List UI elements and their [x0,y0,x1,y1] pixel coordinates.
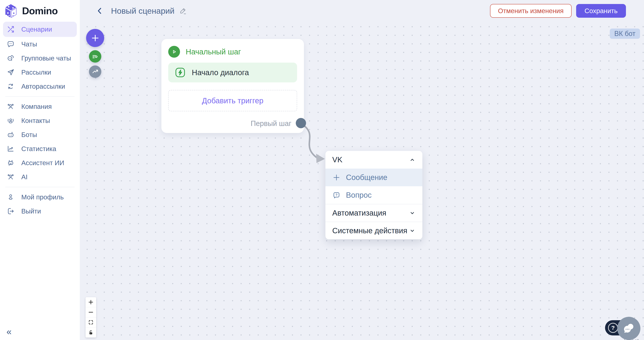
shuffle-icon [7,26,14,33]
sidebar-item-label: Чаты [21,40,37,48]
trigger-start-dialog[interactable]: Начало диалога [168,63,297,82]
cancel-changes-button[interactable]: Отменить изменения [490,4,572,18]
back-button[interactable] [95,6,104,16]
app-name: Domino [22,5,58,17]
sidebar-item-label: Статистика [21,145,56,153]
menu-group-automation[interactable]: Автоматизация [326,204,422,222]
edit-title-button[interactable] [179,7,187,15]
svg-text:?: ? [336,193,338,197]
sidebar-item-label: Рассылки [21,69,51,76]
chat-icon [7,40,14,48]
node-title: Начальный шаг [186,48,241,56]
zoom-in-button[interactable] [86,297,96,307]
run-list-icon [92,53,99,60]
add-trigger-button[interactable]: Добавить триггер [168,90,297,111]
sidebar-item-logout[interactable]: Выйти [3,204,77,218]
repeat-icon [7,83,14,90]
scenario-stats-button[interactable] [89,66,101,78]
scenario-canvas[interactable]: ВК бот Начальный шаг Начало диалога Д [80,22,644,340]
menu-group-vk[interactable]: VK [326,151,422,169]
page-title: Новый сценарий [111,6,174,16]
menu-group-label: VK [332,155,342,164]
domino-cube-icon [4,4,17,18]
question-bubble-icon: ? [332,191,341,199]
sidebar: Domino Сценарии Чаты Групповые чаты [0,0,80,340]
trending-up-icon [92,68,99,75]
run-scenario-button[interactable] [89,50,101,63]
menu-group-system-actions[interactable]: Системные действия [326,222,422,239]
company-icon [7,103,14,110]
platform-badge: ВК бот [610,29,640,39]
sidebar-item-label: Мой профиль [21,193,64,201]
unlock-icon [88,330,94,335]
fit-view-button[interactable] [86,317,96,327]
trigger-label: Начало диалога [192,68,249,77]
play-circle-icon [168,46,180,58]
group-chat-icon [7,55,14,62]
help-glyph: ? [611,324,615,331]
sidebar-item-broadcasts[interactable]: Рассылки [3,66,77,79]
sidebar-item-ai-assistant[interactable]: Ассистент ИИ [3,156,77,170]
menu-item-message[interactable]: Сообщение [326,169,422,186]
zoom-out-button[interactable] [86,307,96,317]
fit-view-icon [88,320,94,325]
sidebar-item-bots[interactable]: Боты [3,128,77,142]
zoom-controls [86,297,96,337]
send-icon [7,69,14,76]
support-chat-button[interactable] [617,317,640,340]
add-node-button[interactable] [86,29,104,47]
main-area: Новый сценарий Отменить изменения Сохран… [80,0,644,340]
sidebar-item-label: Групповые чаты [21,55,71,62]
divider [5,96,74,97]
menu-item-label: Вопрос [346,191,372,199]
menu-group-label: Системные действия [332,226,407,235]
menu-item-question[interactable]: ? Вопрос [326,186,422,204]
pencil-icon [179,7,187,15]
plus-icon [88,299,94,305]
topbar-actions: Отменить изменения Сохранить [490,4,626,18]
question-mark-icon: ? [608,323,618,333]
sidebar-item-ai[interactable]: AI [3,170,77,184]
chat-bubbles-icon [622,322,636,335]
assistant-icon [7,159,14,167]
contacts-icon [7,117,14,124]
add-trigger-label: Добавить триггер [202,97,264,105]
profile-icon [7,193,14,201]
sidebar-item-label: Авторассылки [21,83,65,90]
chevron-down-icon [409,210,416,216]
app-logo: Domino [0,0,80,21]
sidebar-item-profile[interactable]: Мой профиль [3,190,77,204]
save-button[interactable]: Сохранить [576,4,626,18]
sidebar-item-label: Выйти [21,207,41,215]
bot-icon [7,131,14,139]
sidebar-item-statistics[interactable]: Статистика [3,142,77,156]
start-step-node: Начальный шаг Начало диалога Добавить тр… [162,39,304,133]
sidebar-item-group-chats[interactable]: Групповые чаты [3,51,77,65]
ai-users-icon [7,173,14,181]
sidebar-nav: Сценарии Чаты Групповые чаты Рассылки [0,21,80,218]
output-handle[interactable] [296,118,306,128]
chevron-up-icon [409,157,416,163]
minus-icon [88,309,94,315]
node-header: Начальный шаг [168,46,297,58]
sidebar-collapse-button[interactable]: « [6,327,12,336]
logout-icon [7,207,14,215]
action-menu: VK Сообщение ? Вопрос Автоматизация [326,151,422,239]
sidebar-item-company[interactable]: Компания [3,100,77,113]
sidebar-item-scenarios[interactable]: Сценарии [3,22,77,37]
sidebar-item-auto-broadcasts[interactable]: Авторассылки [3,80,77,93]
sidebar-item-label: AI [21,173,28,181]
output-label: Первый шаг [251,120,292,128]
sidebar-item-contacts[interactable]: Контакты [3,114,77,128]
menu-group-label: Автоматизация [332,209,386,217]
topbar: Новый сценарий Отменить изменения Сохран… [80,0,644,22]
sidebar-item-label: Боты [21,131,37,139]
sidebar-item-label: Ассистент ИИ [21,159,64,167]
lock-button[interactable] [86,327,96,337]
sidebar-item-label: Компания [21,103,52,110]
plus-icon [91,34,100,43]
sidebar-item-chats[interactable]: Чаты [3,37,77,51]
stats-icon [7,145,14,153]
sidebar-item-label: Сценарии [21,26,52,33]
back-chevron-icon [96,7,104,15]
